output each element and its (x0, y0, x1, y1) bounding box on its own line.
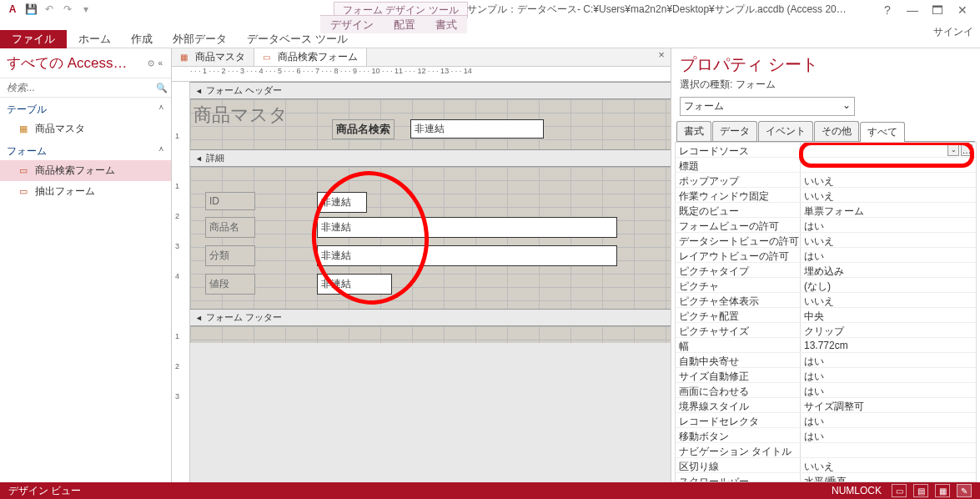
property-value[interactable]: いいえ (801, 458, 976, 472)
label-price[interactable]: 値段 (205, 274, 255, 295)
property-value[interactable]: いいえ (801, 293, 976, 307)
tool-tab-design[interactable]: デザイン (320, 15, 384, 33)
tab-create[interactable]: 作成 (121, 30, 163, 48)
property-value[interactable]: はい (801, 353, 976, 367)
sign-in-link[interactable]: サインイ (933, 25, 973, 39)
property-row[interactable]: 区切り線いいえ (676, 458, 976, 473)
view-form-icon[interactable]: ▭ (892, 484, 907, 497)
property-row[interactable]: フォームビューの許可はい (676, 218, 976, 233)
textbox-id[interactable]: 非連結 (317, 192, 367, 213)
builder-icon[interactable]: … (961, 144, 972, 156)
property-row[interactable]: ピクチャ全体表示いいえ (676, 293, 976, 308)
property-row[interactable]: ピクチャタイプ埋め込み (676, 263, 976, 278)
textbox-name[interactable]: 非連結 (317, 217, 617, 238)
label-id[interactable]: ID (205, 192, 255, 210)
form-title-label[interactable]: 商品マスタ (193, 103, 288, 128)
nav-form-item-search[interactable]: ▭ 商品検索フォーム (0, 160, 171, 181)
property-value[interactable]: 単票フォーム (801, 203, 976, 217)
property-row[interactable]: 画面に合わせるはい (676, 383, 976, 398)
prop-tab-format[interactable]: 書式 (676, 121, 711, 141)
detail-body[interactable]: ID 非連結 商品名 非連結 分類 非連結 値段 非連結 (190, 167, 671, 309)
dropdown-icon[interactable]: ⌄ (947, 144, 959, 156)
property-row[interactable]: ナビゲーション タイトル (676, 443, 976, 458)
label-category[interactable]: 分類 (205, 245, 255, 266)
nav-table-item[interactable]: ▦ 商品マスタ (0, 118, 171, 139)
nav-group-tables[interactable]: テーブル ⋏ (0, 98, 171, 118)
form-header-body[interactable]: 商品マスタ 商品名検索 非連結 (190, 99, 671, 149)
view-datasheet-icon[interactable]: ▤ (913, 484, 928, 497)
minimize-icon[interactable]: — (900, 2, 925, 18)
form-footer-section-bar[interactable]: ◄ フォーム フッター (190, 309, 671, 326)
tab-home[interactable]: ホーム (68, 30, 121, 48)
nav-dropdown-icon[interactable]: ⊙ (148, 58, 154, 68)
property-row[interactable]: 標題 (676, 158, 976, 173)
property-row[interactable]: 移動ボタンはい (676, 428, 976, 443)
help-icon[interactable]: ? (875, 2, 900, 18)
close-icon[interactable]: ✕ (950, 2, 975, 18)
property-value[interactable]: クリップ (801, 323, 976, 337)
nav-title[interactable]: すべての Access… (7, 53, 146, 73)
nav-collapse-icon[interactable]: « (158, 58, 163, 68)
prop-tab-all[interactable]: すべて (860, 122, 905, 142)
property-value[interactable]: ⌄… (801, 143, 976, 157)
doc-tab-table[interactable]: ▦ 商品マスタ (172, 48, 254, 66)
restore-icon[interactable]: 🗖 (925, 2, 950, 18)
property-row[interactable]: 作業ウィンドウ固定いいえ (676, 188, 976, 203)
nav-search-input[interactable] (0, 78, 153, 97)
property-value[interactable]: いいえ (801, 233, 976, 247)
property-row[interactable]: 幅13.772cm (676, 338, 976, 353)
search-icon[interactable]: 🔍 (153, 78, 171, 97)
property-row[interactable]: スクロールバー水平/垂直 (676, 473, 976, 482)
tool-tab-arrange[interactable]: 配置 (384, 15, 425, 33)
close-tab-icon[interactable]: × (656, 48, 671, 66)
property-object-selector[interactable]: フォーム ⌄ (680, 97, 855, 116)
detail-section-bar[interactable]: ◄ 詳細 (190, 149, 671, 167)
property-row[interactable]: ピクチャ配置中央 (676, 308, 976, 323)
horizontal-ruler[interactable]: · · · 1 · · · 2 · · · 3 · · · 4 · · · 5 … (172, 67, 671, 82)
vertical-ruler[interactable]: 1 1 2 3 4 1 2 3 (172, 82, 190, 482)
property-row[interactable]: 既定のビュー単票フォーム (676, 203, 976, 218)
property-value[interactable]: はい (801, 428, 976, 442)
property-row[interactable]: レコードソース⌄… (676, 143, 976, 158)
property-value[interactable]: 13.772cm (801, 338, 976, 352)
search-textbox-control[interactable]: 非連結 (410, 119, 544, 139)
property-value[interactable]: いいえ (801, 173, 976, 187)
property-value[interactable]: はい (801, 368, 976, 382)
property-row[interactable]: ポップアップいいえ (676, 173, 976, 188)
property-value[interactable]: はい (801, 413, 976, 427)
property-row[interactable]: 自動中央寄せはい (676, 353, 976, 368)
prop-tab-other[interactable]: その他 (814, 121, 859, 141)
property-value[interactable] (801, 158, 976, 172)
textbox-price[interactable]: 非連結 (317, 274, 392, 295)
property-value[interactable]: (なし) (801, 278, 976, 292)
property-value[interactable]: 中央 (801, 308, 976, 322)
tab-external-data[interactable]: 外部データ (163, 30, 237, 48)
property-value[interactable]: サイズ調整可 (801, 398, 976, 412)
property-row[interactable]: データシートビューの許可いいえ (676, 233, 976, 248)
property-row[interactable]: レコードセレクタはい (676, 413, 976, 428)
view-layout-icon[interactable]: ▦ (935, 484, 950, 497)
form-footer-body[interactable] (190, 326, 671, 343)
tool-tab-format[interactable]: 書式 (425, 15, 467, 33)
property-value[interactable]: はい (801, 383, 976, 397)
view-design-icon[interactable]: ✎ (957, 484, 972, 497)
file-tab[interactable]: ファイル (0, 30, 67, 48)
prop-tab-event[interactable]: イベント (758, 121, 813, 141)
property-row[interactable]: レイアウトビューの許可はい (676, 248, 976, 263)
textbox-category[interactable]: 非連結 (317, 245, 617, 266)
search-label-control[interactable]: 商品名検索 (332, 119, 395, 139)
property-value[interactable] (801, 443, 976, 457)
form-header-section-bar[interactable]: ◄ フォーム ヘッダー (190, 82, 671, 99)
property-row[interactable]: ピクチャサイズクリップ (676, 323, 976, 338)
property-value[interactable]: はい (801, 218, 976, 232)
property-value[interactable]: はい (801, 248, 976, 262)
property-row[interactable]: サイズ自動修正はい (676, 368, 976, 383)
property-row[interactable]: ピクチャ(なし) (676, 278, 976, 293)
property-value[interactable]: いいえ (801, 188, 976, 202)
property-row[interactable]: 境界線スタイルサイズ調整可 (676, 398, 976, 413)
doc-tab-form[interactable]: ▭ 商品検索フォーム (254, 48, 367, 66)
label-name[interactable]: 商品名 (205, 217, 255, 238)
nav-form-item-extract[interactable]: ▭ 抽出フォーム (0, 181, 171, 202)
property-value[interactable]: 水平/垂直 (801, 473, 976, 482)
nav-group-forms[interactable]: フォーム ⋏ (0, 139, 171, 160)
